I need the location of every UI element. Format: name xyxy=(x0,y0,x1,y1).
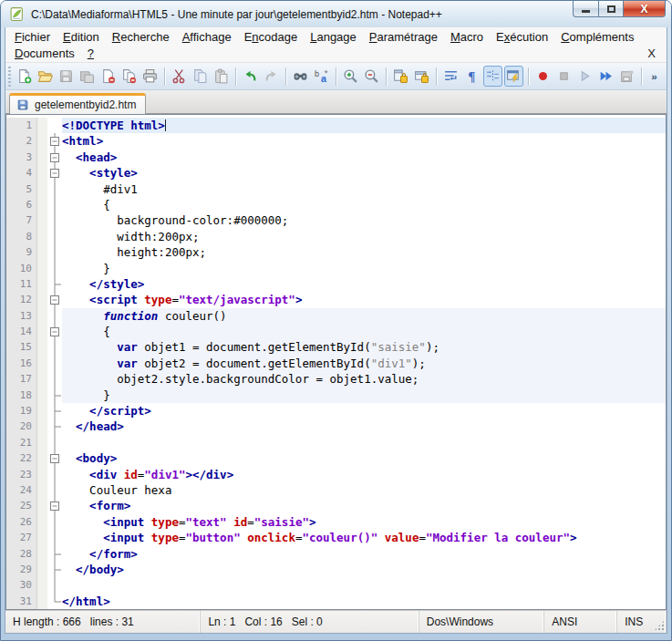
fold-collapse-box[interactable] xyxy=(47,133,62,149)
bookmark-margin[interactable] xyxy=(37,388,47,403)
bookmark-margin[interactable] xyxy=(37,133,47,149)
saved-file-icon xyxy=(16,98,29,111)
menu-encodage[interactable]: Encodage xyxy=(238,30,305,44)
bookmark-margin[interactable] xyxy=(37,594,47,609)
bookmark-margin[interactable] xyxy=(37,292,47,307)
bookmark-margin[interactable] xyxy=(37,308,47,324)
title-bar[interactable]: C:\Data\Mediaforma\HTML5 - Une minute pa… xyxy=(1,1,671,27)
menu-param-trage[interactable]: Paramétrage xyxy=(363,30,444,44)
bookmark-margin[interactable] xyxy=(37,229,47,244)
fold-collapse-box[interactable] xyxy=(47,498,62,513)
bookmark-margin[interactable] xyxy=(37,403,47,419)
bookmark-margin[interactable] xyxy=(37,435,47,450)
bookmark-margin[interactable] xyxy=(37,212,47,228)
fold-collapse-box[interactable] xyxy=(47,324,62,339)
line-number: 6 xyxy=(6,197,37,212)
menu-close-document-button[interactable]: X xyxy=(636,47,667,60)
bookmark-margin[interactable] xyxy=(37,577,47,593)
sync-vertical-scroll-button[interactable] xyxy=(391,66,410,87)
bookmark-margin[interactable] xyxy=(37,450,47,466)
bookmark-margin[interactable] xyxy=(37,150,47,165)
code-editor[interactable]: 1<!DOCTYPE html>2<html>3 <head>4 <style>… xyxy=(5,114,667,610)
status-section-0: H length : 666 lines : 31 xyxy=(5,611,201,633)
indent-guide-button[interactable] xyxy=(483,66,502,87)
code-line-3: 3 <head> xyxy=(6,150,666,165)
fold-margin xyxy=(47,577,62,593)
menu-fichier[interactable]: Fichier xyxy=(8,30,57,44)
undo-button[interactable] xyxy=(241,66,260,87)
find-button[interactable] xyxy=(291,66,310,87)
open-file-button[interactable] xyxy=(36,66,55,87)
bookmark-margin[interactable] xyxy=(37,514,47,530)
bookmark-margin[interactable] xyxy=(37,339,47,355)
bookmark-margin[interactable] xyxy=(37,546,47,562)
bookmark-margin[interactable] xyxy=(37,482,47,498)
bookmark-margin[interactable] xyxy=(37,261,47,276)
fold-collapse-box[interactable] xyxy=(47,150,62,165)
code-text: var objet2 = document.getElementById("di… xyxy=(62,356,666,371)
maximize-button[interactable] xyxy=(599,1,624,17)
bookmark-margin[interactable] xyxy=(37,197,47,212)
bookmark-margin[interactable] xyxy=(37,276,47,292)
line-number: 4 xyxy=(6,165,37,181)
close-file-button[interactable] xyxy=(98,66,118,87)
code-line-25: 25 <form> xyxy=(6,498,666,513)
menu-recherche[interactable]: Recherche xyxy=(106,30,176,44)
word-wrap-button[interactable] xyxy=(441,66,460,87)
new-file-icon xyxy=(16,68,32,84)
zoom-in-button[interactable] xyxy=(341,66,360,87)
replace-button[interactable]: ba xyxy=(312,66,331,87)
bookmark-margin[interactable] xyxy=(37,467,47,482)
menu-?[interactable]: ? xyxy=(81,47,100,60)
menu-documents[interactable]: Documents xyxy=(8,47,81,60)
show-all-characters-icon: ¶ xyxy=(464,68,480,84)
overflow-chevron-button[interactable]: » xyxy=(646,66,666,87)
fold-margin xyxy=(47,371,62,387)
find-icon xyxy=(293,68,308,84)
line-number: 1 xyxy=(6,118,37,133)
code-line-6: 6 { xyxy=(6,197,666,212)
cut-button[interactable] xyxy=(170,66,189,87)
menu-ex-cution[interactable]: Exécution xyxy=(490,30,554,44)
bookmark-margin[interactable] xyxy=(37,165,47,181)
code-text: } xyxy=(62,388,666,403)
svg-text:a: a xyxy=(321,73,326,84)
minimize-button[interactable] xyxy=(573,1,599,17)
record-macro-button[interactable] xyxy=(533,66,553,87)
code-line-13: 13 function couleur() xyxy=(6,308,666,324)
bookmark-margin[interactable] xyxy=(37,562,47,577)
bookmark-margin[interactable] xyxy=(37,244,47,260)
menu-langage[interactable]: Langage xyxy=(304,30,363,44)
zoom-out-button[interactable] xyxy=(362,66,381,87)
close-all-button[interactable] xyxy=(119,66,139,87)
fold-collapse-box[interactable] xyxy=(47,450,62,466)
menu-affichage[interactable]: Affichage xyxy=(176,30,238,44)
code-line-18: 18 } xyxy=(6,388,666,403)
bookmark-margin[interactable] xyxy=(37,530,47,545)
line-number: 13 xyxy=(6,308,37,324)
toolbar-grip[interactable] xyxy=(8,67,11,87)
code-line-5: 5 #div1 xyxy=(6,181,666,197)
menu-macro[interactable]: Macro xyxy=(444,30,490,44)
bookmark-margin[interactable] xyxy=(37,498,47,513)
stop-macro-button xyxy=(554,66,574,87)
bookmark-margin[interactable] xyxy=(37,419,47,434)
bookmark-margin[interactable] xyxy=(37,356,47,371)
tab-getelementbyid2[interactable]: getelementbyid2.htm xyxy=(9,93,146,114)
menu-compl-ments[interactable]: Compléments xyxy=(554,30,640,44)
sync-horizontal-scroll-button[interactable] xyxy=(412,66,431,87)
menu-edition[interactable]: Edition xyxy=(57,30,106,44)
fold-collapse-box[interactable] xyxy=(47,292,62,307)
bookmark-margin[interactable] xyxy=(37,118,47,133)
bookmark-margin[interactable] xyxy=(37,371,47,387)
print-button[interactable] xyxy=(140,66,160,87)
show-all-characters-button[interactable]: ¶ xyxy=(462,66,481,87)
new-file-button[interactable] xyxy=(15,66,34,87)
code-text: <style> xyxy=(62,165,666,181)
close-button[interactable]: X xyxy=(624,1,666,17)
fold-collapse-box[interactable] xyxy=(47,165,62,181)
user-defined-language-button[interactable] xyxy=(504,66,523,87)
bookmark-margin[interactable] xyxy=(37,181,47,197)
run-macro-multiple-button[interactable] xyxy=(596,66,615,87)
bookmark-margin[interactable] xyxy=(37,324,47,339)
